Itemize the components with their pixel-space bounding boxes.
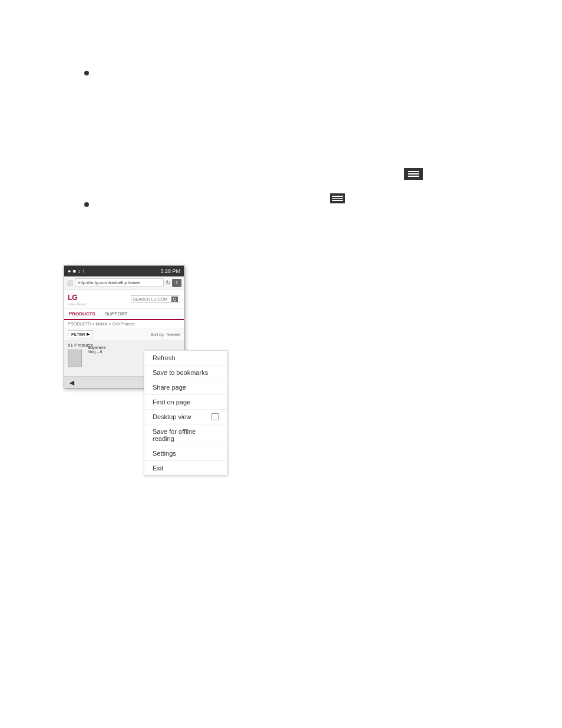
- hamburger-line: [408, 176, 419, 177]
- share-page-label: Share page: [153, 384, 186, 391]
- hamburger-line: [408, 171, 419, 172]
- search-input[interactable]: [133, 297, 171, 301]
- search-button[interactable]: Q: [171, 297, 178, 302]
- filter-button[interactable]: FILTER ▶: [68, 330, 93, 338]
- menu-item-save-bookmarks[interactable]: Save to bookmarks: [144, 365, 227, 380]
- nav-item-support[interactable]: SUPPORT: [100, 309, 133, 319]
- menu-item-share-page[interactable]: Share page: [144, 380, 227, 395]
- hamburger-menu-button-1[interactable]: [404, 168, 423, 180]
- filter-arrow-icon: ▶: [87, 332, 90, 337]
- breadcrumb: PRODUCTS > Mobile > Cell Phones: [64, 320, 184, 328]
- save-bookmarks-label: Save to bookmarks: [153, 369, 208, 376]
- search-box[interactable]: Q: [131, 295, 180, 303]
- sort-value: Newest: [167, 332, 180, 337]
- address-bar: ⬜ http://m.lg.com/us/cell-phones ↻ 1: [64, 276, 184, 289]
- menu-item-find-on-page[interactable]: Find on page: [144, 395, 227, 410]
- hamburger-line: [408, 173, 419, 174]
- status-icons: ● ■ ↕ ↑: [68, 268, 85, 274]
- back-button[interactable]: ◄: [68, 378, 76, 387]
- exit-label: Exit: [153, 465, 163, 472]
- settings-label: Settings: [153, 450, 176, 457]
- desktop-view-checkbox[interactable]: [211, 413, 219, 420]
- menu-item-exit[interactable]: Exit: [144, 461, 227, 475]
- time-display: 5:28 PM: [160, 268, 180, 274]
- signal-icon: ■: [72, 268, 75, 274]
- context-menu: Refresh Save to bookmarks Share page Fin…: [144, 350, 227, 476]
- bullet-point-1: [84, 71, 89, 75]
- phone-screenshot: ● ■ ↕ ↑ 5:28 PM ⬜ http://m.lg.com/us/cel…: [64, 265, 184, 388]
- sort-label: Sort by:: [151, 332, 165, 337]
- save-offline-label: Save for offline reading: [153, 428, 219, 442]
- menu-item-refresh[interactable]: Refresh: [144, 351, 227, 365]
- filter-label: FILTER: [71, 332, 85, 337]
- menu-item-save-offline[interactable]: Save for offline reading: [144, 424, 227, 446]
- website-header: LG Life's Good Q: [64, 289, 184, 309]
- lg-logo-text: LG: [68, 294, 78, 302]
- product-thumbnail: [68, 350, 82, 367]
- filter-bar: FILTER ▶ Sort by: Newest: [64, 328, 184, 341]
- data-icon: ↕: [78, 268, 81, 274]
- nav-item-products[interactable]: PRODUCTS: [64, 309, 100, 319]
- menu-item-desktop-view[interactable]: Desktop view: [144, 410, 227, 424]
- bullet-point-2: [84, 202, 89, 207]
- hamburger-line: [332, 200, 343, 201]
- battery-icon: ↑: [82, 268, 85, 274]
- hamburger-menu-button-2[interactable]: [330, 193, 345, 203]
- desktop-view-label: Desktop view: [153, 413, 191, 420]
- menu-item-settings[interactable]: Settings: [144, 446, 227, 461]
- wifi-icon: ●: [68, 268, 71, 274]
- refresh-label: Refresh: [153, 354, 176, 361]
- hamburger-line: [332, 196, 343, 197]
- website-nav: PRODUCTS SUPPORT: [64, 309, 184, 320]
- sort-bar: Sort by: Newest: [97, 332, 180, 337]
- hamburger-line: [332, 198, 343, 199]
- lg-logo: LG Life's Good: [68, 292, 85, 306]
- browser-logo-icon: ⬜: [67, 280, 73, 286]
- tab-count-button[interactable]: 1: [172, 279, 181, 287]
- refresh-icon[interactable]: ↻: [166, 279, 170, 286]
- find-on-page-label: Find on page: [153, 398, 190, 406]
- lg-tagline: Life's Good: [68, 302, 85, 306]
- status-bar: ● ■ ↕ ↑ 5:28 PM: [64, 266, 184, 276]
- url-input[interactable]: http://m.lg.com/us/cell-phones: [75, 278, 164, 287]
